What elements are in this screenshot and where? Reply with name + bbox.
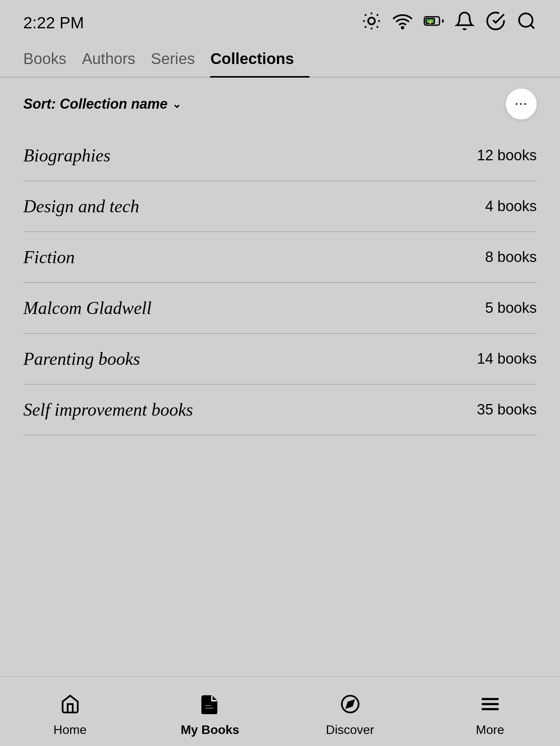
menu-icon <box>480 694 500 719</box>
more-options-button[interactable]: ··· <box>506 88 537 120</box>
svg-point-14 <box>519 14 533 27</box>
bottom-nav-home[interactable]: Home <box>0 677 140 746</box>
notification-icon <box>455 11 475 35</box>
bottom-nav-home-label: Home <box>54 723 86 737</box>
tab-collections[interactable]: Collections <box>210 42 309 78</box>
tab-authors[interactable]: Authors <box>82 42 151 78</box>
bottom-nav: Home My Books Discover <box>0 676 560 746</box>
svg-marker-19 <box>346 700 353 707</box>
collection-count: 4 books <box>485 198 537 215</box>
collection-list: Biographies 12 books Design and tech 4 b… <box>0 130 560 676</box>
svg-rect-16 <box>205 705 212 706</box>
status-time: 2:22 PM <box>23 14 84 32</box>
svg-point-9 <box>402 27 403 28</box>
collection-item-biographies[interactable]: Biographies 12 books <box>23 130 537 181</box>
search-icon[interactable] <box>517 11 537 35</box>
nav-tabs: Books Authors Series Collections <box>0 42 560 78</box>
collection-count: 8 books <box>485 249 537 265</box>
bottom-nav-discover-label: Discover <box>326 723 374 737</box>
ellipsis-icon: ··· <box>515 96 528 112</box>
battery-icon: ⚡ <box>423 11 444 35</box>
books-icon <box>200 694 220 719</box>
collection-item-malcom-gladwell[interactable]: Malcom Gladwell 5 books <box>23 283 537 334</box>
discover-icon <box>340 694 360 719</box>
svg-point-0 <box>368 17 375 24</box>
svg-line-8 <box>377 14 378 16</box>
svg-text:⚡: ⚡ <box>428 19 433 25</box>
collection-count: 35 books <box>477 401 537 418</box>
tab-series[interactable]: Series <box>151 42 210 78</box>
screen: 2:22 PM <box>0 0 560 746</box>
svg-line-3 <box>365 14 366 16</box>
collection-count: 14 books <box>477 350 537 367</box>
svg-rect-17 <box>205 707 214 708</box>
collection-name: Self improvement books <box>23 399 193 420</box>
bottom-nav-more-label: More <box>476 723 504 737</box>
bottom-nav-my-books[interactable]: My Books <box>140 677 280 746</box>
collection-name: Design and tech <box>23 196 139 217</box>
collection-item-design-and-tech[interactable]: Design and tech 4 books <box>23 181 537 232</box>
chevron-down-icon: ⌄ <box>172 98 181 111</box>
wifi-icon <box>392 11 413 35</box>
collection-count: 12 books <box>477 147 537 164</box>
sort-label: Sort: Collection name <box>23 96 168 112</box>
collection-item-parenting-books[interactable]: Parenting books 14 books <box>23 334 537 385</box>
collection-name: Malcom Gladwell <box>23 298 152 318</box>
status-icons: ⚡ <box>361 11 537 35</box>
status-bar: 2:22 PM <box>0 0 560 42</box>
svg-line-4 <box>377 26 378 28</box>
svg-line-15 <box>531 25 534 28</box>
svg-line-7 <box>365 26 366 28</box>
collection-item-self-improvement[interactable]: Self improvement books 35 books <box>23 385 537 435</box>
collection-item-fiction[interactable]: Fiction 8 books <box>23 232 537 283</box>
bottom-nav-my-books-label: My Books <box>181 723 239 737</box>
sync-icon <box>486 11 506 35</box>
collection-name: Fiction <box>23 247 75 267</box>
collection-name: Parenting books <box>23 349 140 369</box>
bottom-nav-more[interactable]: More <box>420 677 560 746</box>
tab-books[interactable]: Books <box>23 42 82 78</box>
toolbar: Sort: Collection name ⌄ ··· <box>0 78 560 130</box>
collection-count: 5 books <box>485 300 537 316</box>
bottom-nav-discover[interactable]: Discover <box>280 677 420 746</box>
brightness-icon <box>361 11 382 35</box>
home-icon <box>60 694 80 719</box>
collection-name: Biographies <box>23 145 111 166</box>
sort-button[interactable]: Sort: Collection name ⌄ <box>23 96 181 112</box>
